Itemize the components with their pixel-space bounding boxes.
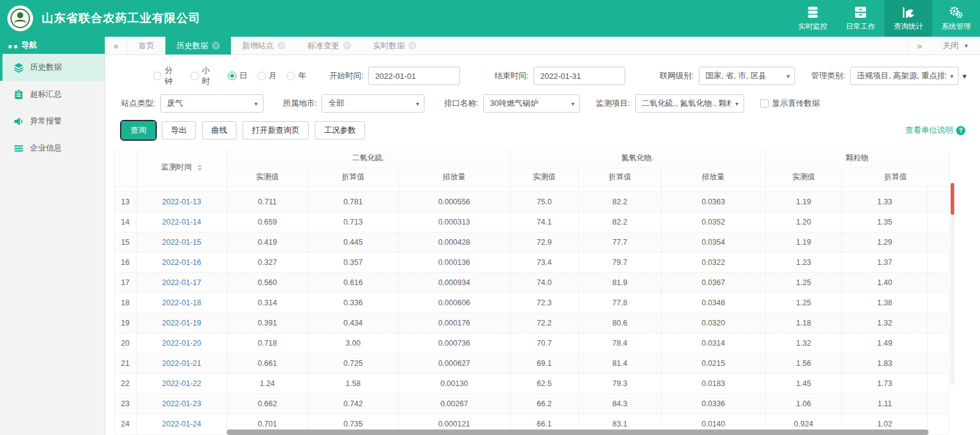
sidebar-item-abnormal-alarm[interactable]: 异常报警: [0, 108, 105, 135]
tab-close-icon[interactable]: ✕: [212, 42, 220, 50]
granularity-radio-hour[interactable]: 小时: [190, 65, 218, 87]
network-level-select[interactable]: 国家, 省, 市, 区县 ▾: [699, 67, 796, 85]
row-date-cell[interactable]: 2022-01-15: [137, 232, 227, 252]
tab-close-icon[interactable]: ✕: [343, 42, 351, 50]
filler-cell: [928, 393, 949, 414]
row-date-cell[interactable]: 2022-01-22: [137, 373, 227, 393]
date-link[interactable]: 2022-01-20: [162, 339, 202, 348]
tab-history-data[interactable]: 历史数据 ✕: [165, 37, 231, 54]
tab-standard-change[interactable]: 标准变更 ✕: [296, 37, 362, 54]
row-date-cell[interactable]: 2022-01-20: [137, 333, 227, 353]
granularity-radio-year[interactable]: 年: [287, 70, 306, 81]
row-date-cell[interactable]: 2022-01-21: [137, 353, 227, 373]
row-date-cell[interactable]: 2022-01-14: [137, 212, 227, 232]
open-new-query-page-button[interactable]: 打开新查询页: [243, 121, 309, 139]
row-date-cell[interactable]: 2022-01-16: [137, 252, 227, 272]
nox-converted-cell: 84.3: [579, 393, 662, 414]
granularity-radio-month[interactable]: 月: [257, 70, 277, 81]
filters-collapse-icon[interactable]: ▾: [959, 72, 970, 81]
date-link[interactable]: 2022-01-16: [162, 258, 202, 267]
top-nav-daily-work[interactable]: 日常工作: [837, 0, 884, 37]
select-value: 违规项目, 高架源, 重点排污: [857, 70, 947, 81]
sidebar-item-enterprise-info[interactable]: 企业信息: [0, 135, 105, 162]
export-button[interactable]: 导出: [162, 121, 196, 139]
table-row: 23 2022-01-23 0.662 0.742 0.00267 66.2 8…: [115, 393, 949, 414]
select-value: 废气: [167, 98, 183, 109]
horizontal-scrollbar-thumb[interactable]: [227, 429, 929, 435]
date-link[interactable]: 2022-01-18: [162, 299, 202, 307]
filler-cell: [928, 353, 949, 373]
row-date-cell[interactable]: 2022-01-13: [137, 191, 227, 212]
nox-measured-cell: 74.1: [510, 212, 579, 232]
tab-new-site[interactable]: 新增站点 ✕: [231, 37, 296, 54]
date-link[interactable]: 2022-01-13: [162, 198, 202, 206]
so2-converted-cell: 1.58: [308, 373, 399, 393]
query-button[interactable]: 查询: [121, 121, 156, 139]
time-column-header[interactable]: 监测时间: [137, 149, 227, 186]
nox-converted-cell: 77.8: [579, 292, 662, 313]
tabs-close-menu[interactable]: 关闭 ▾: [930, 37, 980, 54]
row-date-cell[interactable]: 2022-01-17: [137, 272, 227, 292]
tabs-scroll-left-icon[interactable]: «: [105, 37, 127, 54]
date-link[interactable]: 2022-01-24: [162, 420, 202, 428]
date-link[interactable]: 2022-01-15: [162, 238, 202, 247]
nox-converted-cell: 81.9: [579, 272, 662, 292]
top-nav-label: 日常工作: [846, 21, 875, 32]
so2-measured-cell: 1.24: [227, 373, 308, 393]
top-nav-system-admin[interactable]: 系统管理: [932, 0, 980, 37]
tab-close-icon[interactable]: ✕: [277, 42, 285, 50]
direct-data-checkbox[interactable]: 显示直传数据: [760, 98, 820, 109]
so2-measured-cell: 0.659: [227, 212, 308, 232]
curve-button[interactable]: 曲线: [202, 121, 236, 139]
row-date-cell[interactable]: 2022-01-18: [137, 292, 227, 313]
pm-converted-cell: 1.73: [842, 373, 928, 393]
so2-emission-cell: 0.000606: [399, 292, 510, 313]
date-link[interactable]: 2022-01-23: [162, 400, 202, 408]
filter-row-1: 分钟 小时 日 月 年 开始时间: 结束时间: 联网级别:: [153, 65, 970, 87]
start-time-input[interactable]: [368, 67, 460, 85]
top-nav-query-stats[interactable]: 查询统计: [884, 0, 932, 37]
monitor-item-select[interactable]: 二氧化硫., 氮氧化物., 颗粒物 ▾: [635, 94, 744, 113]
end-time-input[interactable]: [533, 67, 625, 85]
nox-measured-cell: 72.9: [510, 232, 579, 252]
outlet-name-select[interactable]: 30吨燃气锅炉 ▾: [483, 94, 580, 113]
gears-icon: [949, 6, 963, 19]
unit-description-link[interactable]: 查看单位说明 ?: [905, 125, 965, 136]
sort-icon[interactable]: [197, 165, 202, 171]
vertical-scrollbar[interactable]: [951, 183, 954, 385]
pm-measured-cell: 1.18: [766, 313, 842, 333]
tab-realtime-data[interactable]: 实时数据 ✕: [362, 37, 428, 54]
condition-params-button[interactable]: 工况参数: [315, 121, 365, 139]
row-index: 17: [115, 272, 137, 292]
row-date-cell[interactable]: 2022-01-23: [137, 393, 227, 414]
end-time-label: 结束时间:: [494, 70, 529, 81]
sidebar-item-exceed-summary[interactable]: 超标汇总: [0, 81, 105, 108]
date-link[interactable]: 2022-01-14: [162, 218, 202, 226]
vertical-scrollbar-thumb[interactable]: [951, 183, 954, 215]
manage-category-select[interactable]: 违规项目, 高架源, 重点排污 ▾: [850, 67, 959, 85]
so2-measured-cell: 0.662: [227, 393, 308, 414]
nox-measured-cell: 72.3: [510, 292, 579, 313]
nox-converted-cell: 81.4: [579, 353, 662, 373]
tab-home[interactable]: 首页: [127, 37, 165, 54]
pm-measured-cell: 1.19: [766, 191, 842, 212]
granularity-radio-day[interactable]: 日: [228, 70, 247, 81]
top-nav-realtime-monitor[interactable]: 实时监控: [789, 0, 837, 37]
date-link[interactable]: 2022-01-19: [162, 319, 202, 327]
row-date-cell[interactable]: 2022-01-19: [137, 313, 227, 333]
tab-close-icon[interactable]: ✕: [409, 42, 417, 50]
so2-converted-header: 折算值: [308, 168, 399, 186]
nox-measured-cell: 62.5: [510, 373, 579, 393]
date-link[interactable]: 2022-01-17: [162, 278, 202, 287]
sidebar-item-history-data[interactable]: 历史数据: [0, 54, 105, 81]
pm-measured-cell: 1.06: [766, 393, 842, 414]
so2-converted-cell: 0.357: [308, 252, 399, 272]
date-link[interactable]: 2022-01-22: [162, 379, 202, 388]
horizontal-scrollbar[interactable]: [114, 429, 949, 435]
tabs-scroll-right-icon[interactable]: »: [908, 37, 930, 54]
site-type-label: 站点类型:: [121, 98, 156, 109]
date-link[interactable]: 2022-01-21: [162, 359, 202, 368]
site-type-select[interactable]: 废气 ▾: [160, 94, 263, 113]
city-select[interactable]: 全部 ▾: [322, 94, 424, 113]
granularity-radio-minute[interactable]: 分钟: [153, 65, 181, 87]
